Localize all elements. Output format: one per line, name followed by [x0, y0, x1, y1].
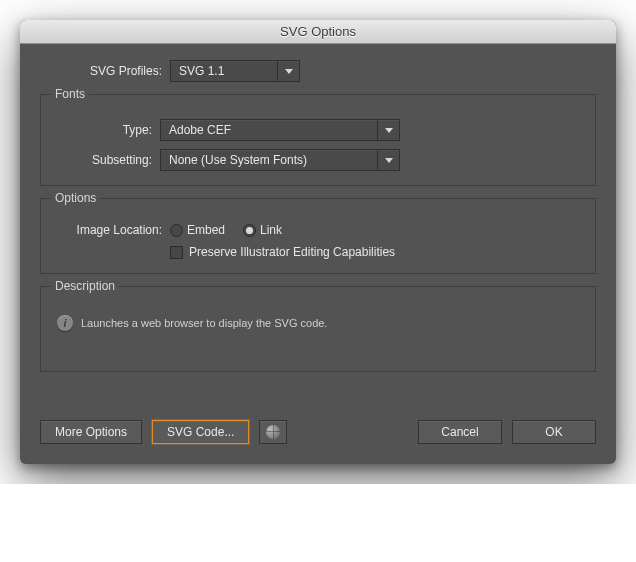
font-type-select[interactable]: Adobe CEF	[160, 119, 400, 141]
options-group: Options Image Location: Embed Link Prese…	[40, 198, 596, 274]
link-radio-label[interactable]: Link	[260, 223, 282, 237]
svg-code-label: SVG Code...	[167, 425, 234, 439]
font-type-label: Type:	[55, 123, 160, 137]
embed-radio-label[interactable]: Embed	[187, 223, 225, 237]
description-legend: Description	[51, 279, 119, 293]
font-subsetting-label: Subsetting:	[55, 153, 160, 167]
cancel-label: Cancel	[441, 425, 478, 439]
svg-profiles-label: SVG Profiles:	[40, 64, 170, 78]
ok-label: OK	[545, 425, 562, 439]
svg-options-dialog: SVG Options SVG Profiles: SVG 1.1 Fonts …	[20, 20, 616, 464]
link-radio[interactable]	[243, 224, 256, 237]
image-location-label: Image Location:	[55, 223, 170, 237]
svg-profiles-value: SVG 1.1	[179, 64, 277, 78]
svg-profiles-select[interactable]: SVG 1.1	[170, 60, 300, 82]
web-preview-button[interactable]	[259, 420, 287, 444]
fonts-group: Fonts Type: Adobe CEF Subsetting: None (…	[40, 94, 596, 186]
more-options-button[interactable]: More Options	[40, 420, 142, 444]
preserve-editing-label[interactable]: Preserve Illustrator Editing Capabilitie…	[189, 245, 395, 259]
titlebar: SVG Options	[20, 20, 616, 44]
description-text: Launches a web browser to display the SV…	[81, 317, 327, 329]
info-icon: i	[57, 315, 73, 331]
more-options-label: More Options	[55, 425, 127, 439]
description-group: Description i Launches a web browser to …	[40, 286, 596, 372]
svg-code-button[interactable]: SVG Code...	[152, 420, 249, 444]
fonts-legend: Fonts	[51, 87, 89, 101]
content-area: SVG Profiles: SVG 1.1 Fonts Type: Adobe …	[20, 44, 616, 464]
globe-icon	[266, 425, 280, 439]
embed-radio[interactable]	[170, 224, 183, 237]
window-title: SVG Options	[280, 24, 356, 39]
svg-profiles-row: SVG Profiles: SVG 1.1	[40, 60, 596, 82]
font-subsetting-value: None (Use System Fonts)	[169, 153, 377, 167]
cancel-button[interactable]: Cancel	[418, 420, 502, 444]
preserve-editing-checkbox[interactable]	[170, 246, 183, 259]
font-type-value: Adobe CEF	[169, 123, 377, 137]
ok-button[interactable]: OK	[512, 420, 596, 444]
chevron-down-icon	[377, 150, 399, 170]
chevron-down-icon	[377, 120, 399, 140]
font-subsetting-select[interactable]: None (Use System Fonts)	[160, 149, 400, 171]
chevron-down-icon	[277, 61, 299, 81]
footer: More Options SVG Code... Cancel OK	[40, 420, 596, 444]
options-legend: Options	[51, 191, 100, 205]
